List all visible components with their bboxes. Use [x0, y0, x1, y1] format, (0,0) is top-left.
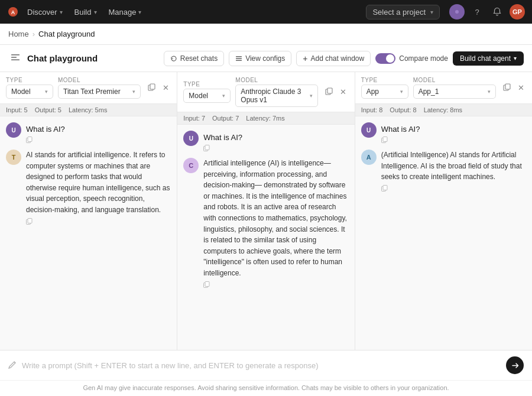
view-configs-button[interactable]: View configs	[229, 51, 291, 66]
panel-1-type-select[interactable]: Model ▾	[6, 85, 53, 99]
svg-rect-5	[11, 57, 17, 58]
svg-rect-25	[383, 137, 387, 142]
send-button[interactable]	[506, 356, 524, 374]
panel-3-ai-avatar: A	[361, 150, 377, 165]
panel-2-ai-avatar: C	[183, 158, 199, 173]
panel-1-ai-content: AI stands for artificial intelligence. I…	[26, 150, 171, 226]
panel-3-user-avatar: U	[361, 122, 377, 138]
svg-rect-21	[205, 281, 209, 286]
panel-2-type-select[interactable]: Model ▾	[183, 89, 231, 103]
app-logo[interactable]: A	[7, 6, 19, 18]
panel-1-ai-copy-button[interactable]	[26, 218, 33, 226]
panel-3-ai-actions	[381, 185, 526, 193]
panel-1-close-button[interactable]: ✕	[160, 82, 171, 94]
panel-1-model-select[interactable]: Titan Text Premier ▾	[58, 85, 141, 99]
panel-3-message-group: U What is AI?	[361, 122, 526, 193]
panel-1-copy-button[interactable]	[145, 82, 158, 94]
add-chat-window-button[interactable]: + Add chat window	[296, 51, 371, 66]
panel-2-user-copy	[203, 144, 348, 153]
panel-2-user-avatar: U	[183, 131, 199, 146]
svg-rect-6	[11, 60, 20, 61]
panel-1-type-chevron-icon: ▾	[45, 89, 48, 95]
panel-3-model-chevron-icon: ▾	[488, 89, 491, 95]
breadcrumb-separator: ›	[33, 30, 35, 38]
panel-3-actions: ✕	[501, 82, 527, 94]
reset-icon	[170, 55, 177, 62]
panel-2-ai-message: C Artificial intelligence (AI) is intell…	[183, 158, 348, 289]
panel-2: Type Model ▾ Model Anthropic Claude 3 Op…	[177, 72, 355, 350]
manage-chevron-icon: ▾	[138, 9, 141, 15]
panel-2-copy-icon	[325, 87, 333, 95]
send-icon	[511, 362, 519, 369]
copy-icon	[148, 83, 155, 91]
panel-3-user-copy-button[interactable]	[381, 137, 388, 144]
compare-mode-toggle[interactable]: Compare mode	[375, 53, 448, 64]
panel-3-ai-message: A (Artificial Intelligence) AI stands fo…	[361, 150, 526, 193]
user-avatar[interactable]: GP	[510, 4, 525, 20]
svg-rect-27	[383, 185, 387, 190]
svg-rect-15	[28, 218, 32, 223]
main-content: Type Model ▾ Model Titan Text Premier ▾	[0, 72, 532, 396]
compare-toggle-switch[interactable]	[375, 53, 395, 64]
input-bar	[0, 350, 532, 381]
panel-3-user-content: What is AI?	[381, 122, 526, 145]
svg-rect-7	[236, 56, 242, 57]
panel-1-user-copy-button[interactable]	[26, 137, 33, 144]
panel-3-close-button[interactable]: ✕	[515, 82, 527, 94]
panel-1-user-copy	[26, 136, 171, 145]
panel-2-ai-content: Artificial intelligence (AI) is intellig…	[203, 158, 348, 289]
svg-point-3	[455, 10, 459, 14]
panel-3: Type App ▾ Model App_1 ▾	[355, 72, 532, 350]
prompt-input[interactable]	[22, 361, 501, 370]
panel-2-close-button[interactable]: ✕	[338, 86, 349, 98]
p3-copy-small-icon	[381, 137, 388, 143]
breadcrumb-home[interactable]: Home	[8, 30, 29, 38]
panel-3-model-field: Model App_1 ▾	[413, 77, 496, 99]
panel-3-copy-icon	[503, 83, 511, 91]
page-title: Chat playground	[27, 53, 98, 63]
panel-2-user-copy-button[interactable]	[203, 145, 210, 152]
svg-rect-11	[150, 84, 155, 89]
project-selector-chevron-icon: ▾	[430, 9, 433, 15]
panel-3-user-message: U What is AI?	[361, 122, 526, 145]
bottom-section: Gen AI may give inaccurate responses. Av…	[0, 350, 532, 396]
panel-2-copy-button[interactable]	[323, 86, 335, 98]
panel-3-ai-content: (Artificial Intelligence) AI stands for …	[381, 150, 526, 193]
reset-chats-button[interactable]: Reset chats	[164, 51, 224, 66]
build-chat-agent-button[interactable]: Build chat agent ▾	[453, 51, 524, 66]
top-navigation: A Discover ▾ Build ▾ Manage ▾ Select a p…	[0, 0, 532, 24]
nav-manage[interactable]: Manage ▾	[105, 8, 145, 17]
notifications-icon[interactable]	[489, 4, 505, 20]
panel-1-model-field: Model Titan Text Premier ▾	[58, 77, 141, 99]
pencil-icon	[8, 360, 17, 369]
sidebar-toggle-icon[interactable]	[8, 50, 22, 66]
project-selector[interactable]: Select a project ▾	[366, 5, 440, 20]
panel-3-type-field: Type App ▾	[361, 77, 408, 99]
panel-1-header: Type Model ▾ Model Titan Text Premier ▾	[0, 72, 177, 104]
panel-2-ai-copy-button[interactable]	[203, 281, 210, 289]
panel-1-user-avatar: U	[6, 122, 21, 138]
discover-chevron-icon: ▾	[60, 9, 63, 15]
panel-3-copy-button[interactable]	[501, 82, 513, 94]
panel-2-message-group: U What is AI?	[183, 131, 348, 289]
panel-1-model-chevron-icon: ▾	[132, 89, 135, 95]
panel-3-type-select[interactable]: App ▾	[361, 85, 408, 99]
nav-discover[interactable]: Discover ▾	[24, 8, 66, 17]
svg-rect-13	[28, 137, 32, 142]
panel-2-model-select[interactable]: Anthropic Claude 3 Opus v1 ▾	[235, 85, 318, 107]
page-header-right: Reset chats View configs + Add chat wind…	[164, 51, 524, 66]
panel-2-model-field: Model Anthropic Claude 3 Opus v1 ▾	[235, 77, 318, 107]
panel-3-model-select[interactable]: App_1 ▾	[413, 85, 496, 99]
help-icon[interactable]: ?	[469, 4, 485, 20]
panel-1-messages: U What is AI?	[0, 116, 177, 350]
ai-copy-icon	[26, 218, 33, 225]
panel-3-ai-copy-button[interactable]	[381, 185, 388, 193]
profile-indicator	[449, 4, 465, 20]
panel-3-stats: Input: 8 Output: 8 Latency: 8ms	[355, 104, 532, 116]
panel-2-user-message: U What is AI?	[183, 131, 348, 153]
panel-1-ai-avatar: T	[6, 150, 21, 165]
panel-1: Type Model ▾ Model Titan Text Premier ▾	[0, 72, 177, 350]
svg-rect-19	[205, 145, 209, 150]
panel-2-type-chevron-icon: ▾	[222, 93, 225, 99]
nav-build[interactable]: Build ▾	[71, 8, 100, 17]
